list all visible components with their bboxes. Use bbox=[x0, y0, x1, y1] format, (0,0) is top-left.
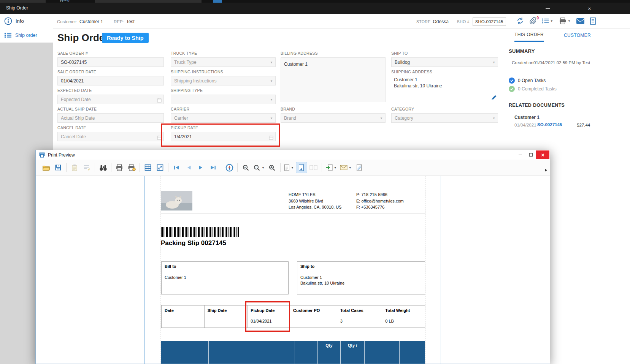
chevron-down-icon: ▼ bbox=[270, 98, 273, 101]
calendar-icon[interactable] bbox=[157, 135, 162, 141]
pickup-date-input[interactable] bbox=[171, 132, 276, 141]
page-setup-button[interactable] bbox=[142, 162, 154, 173]
shipping-type-select[interactable]: ▼ bbox=[171, 95, 276, 104]
next-page-icon bbox=[198, 165, 203, 170]
background-fragment-bar bbox=[95, 0, 202, 3]
close-button[interactable]: × bbox=[536, 150, 549, 159]
carrier-placeholder: Carrier bbox=[174, 116, 188, 121]
toolbar-separator bbox=[322, 163, 322, 172]
close-button[interactable]: × bbox=[579, 3, 600, 14]
sale-order-date-input[interactable] bbox=[57, 76, 164, 85]
watermark-button[interactable] bbox=[354, 162, 365, 173]
document-button[interactable] bbox=[590, 17, 596, 25]
shipping-instructions-field: SHIPPING INSTRUCTIONS Shipping Instructi… bbox=[171, 70, 276, 85]
table-cell: 3 bbox=[337, 316, 382, 328]
carrier-field: CARRIER Carrier ▼ bbox=[171, 107, 276, 123]
zoom-in-button[interactable] bbox=[267, 162, 278, 173]
field-label: SHIPPING INSTRUCTIONS bbox=[171, 70, 276, 74]
completed-tasks-row[interactable]: 0 Completed Tasks bbox=[509, 86, 557, 92]
minimize-button[interactable] bbox=[537, 3, 558, 14]
column-header: Total Cases bbox=[337, 305, 382, 316]
ship-to-select[interactable]: Bulldog ▼ bbox=[391, 57, 498, 67]
print-button[interactable] bbox=[114, 162, 125, 173]
category-select[interactable]: Category ▼ bbox=[391, 113, 498, 123]
billing-address-box[interactable]: Customer 1 bbox=[281, 57, 386, 102]
calendar-icon[interactable] bbox=[269, 135, 273, 141]
status-badge[interactable]: Ready to Ship bbox=[102, 33, 149, 43]
tab-customer[interactable]: CUSTOMER bbox=[564, 33, 591, 38]
brand-select[interactable]: Brand ▼ bbox=[281, 113, 386, 123]
minimize-button[interactable] bbox=[515, 150, 525, 159]
search-button[interactable] bbox=[97, 162, 109, 173]
export-button[interactable]: ▼ bbox=[324, 162, 338, 173]
sale-order-number-input[interactable] bbox=[57, 57, 164, 67]
chevron-down-icon: ▼ bbox=[291, 166, 294, 169]
screen: pping Ship Order × Info Ship order Custo… bbox=[0, 0, 630, 364]
first-page-icon bbox=[174, 165, 179, 170]
continuous-view-button[interactable] bbox=[296, 162, 307, 173]
expected-date-input[interactable] bbox=[57, 95, 164, 104]
field-label: ACTUAL SHIP DATE bbox=[57, 107, 164, 111]
sidebar-item-ship-order[interactable]: Ship order bbox=[0, 28, 53, 42]
page-view-button[interactable]: ▼ bbox=[283, 162, 295, 173]
chevron-down-icon: ▼ bbox=[550, 19, 553, 23]
previous-page-button[interactable] bbox=[183, 162, 194, 173]
zoom-out-button[interactable] bbox=[240, 162, 251, 173]
zoom-level-button[interactable]: ▼ bbox=[252, 162, 266, 173]
category-field: CATEGORY Category ▼ bbox=[391, 107, 498, 123]
ship-to-heading: Ship to bbox=[297, 262, 425, 271]
toolbar-separator bbox=[66, 163, 67, 172]
attachments-button[interactable]: 0 bbox=[530, 17, 536, 25]
chevron-down-icon: ▼ bbox=[349, 166, 352, 169]
save-document-button[interactable] bbox=[52, 162, 64, 173]
tab-this-order[interactable]: THIS ORDER bbox=[514, 32, 544, 42]
toolbar-separator bbox=[168, 163, 168, 172]
document-map-button[interactable] bbox=[69, 162, 80, 173]
column-header: Ship Date bbox=[205, 305, 248, 316]
related-doc-link[interactable]: SO-0027145 bbox=[537, 122, 562, 127]
quick-print-button[interactable] bbox=[126, 162, 137, 173]
print-preview-titlebar[interactable]: Print Preview × bbox=[36, 150, 550, 160]
toolbar-overflow-button[interactable] bbox=[545, 169, 547, 172]
print-preview-viewport[interactable]: HOME TYLES 3660 Wilshire Blvd Los Angele… bbox=[36, 176, 550, 364]
carrier-select[interactable]: Carrier ▼ bbox=[171, 113, 276, 123]
navigation-button[interactable] bbox=[224, 162, 235, 173]
window-titlebar[interactable]: pping Ship Order × bbox=[0, 0, 630, 14]
print-menu-button[interactable]: ▼ bbox=[559, 17, 571, 24]
grid-menu-button[interactable]: ▼ bbox=[542, 18, 553, 24]
facing-pages-button[interactable] bbox=[308, 162, 319, 173]
field-label: CANCEL DATE bbox=[57, 125, 164, 130]
parameters-button[interactable] bbox=[81, 162, 92, 173]
field-label: CARRIER bbox=[171, 107, 276, 111]
last-page-button[interactable] bbox=[207, 162, 219, 173]
chevron-down-icon: ▼ bbox=[270, 117, 273, 120]
margin-guide-top bbox=[145, 184, 441, 184]
items-column-qty: Qty bbox=[318, 341, 341, 364]
field-label: SHIPPING ADDRESS bbox=[391, 70, 498, 74]
company-address1: 3660 Wilshire Blvd bbox=[289, 198, 341, 204]
actual-ship-date-input[interactable] bbox=[57, 113, 164, 123]
column-header: Pickup Date bbox=[248, 305, 290, 316]
restore-button[interactable] bbox=[558, 3, 579, 14]
truck-type-field: TRUCK TYPE Truck Type ▼ bbox=[171, 51, 276, 67]
scale-button[interactable] bbox=[154, 162, 166, 173]
sho-number-input[interactable]: SHO-0027145 bbox=[473, 17, 506, 26]
bill-to-heading: Bill to bbox=[162, 262, 288, 271]
calendar-icon[interactable] bbox=[157, 97, 162, 104]
maximize-button[interactable] bbox=[525, 150, 536, 159]
background-window-fragment: pping bbox=[0, 0, 630, 3]
refresh-button[interactable] bbox=[516, 17, 524, 25]
truck-type-select[interactable]: Truck Type ▼ bbox=[171, 57, 276, 67]
sidebar-item-info[interactable]: Info bbox=[0, 14, 53, 28]
cancel-date-input[interactable] bbox=[57, 132, 164, 141]
next-page-button[interactable] bbox=[195, 162, 206, 173]
shipping-instructions-select[interactable]: Shipping Instructions ▼ bbox=[171, 76, 276, 85]
edit-shipping-address-button[interactable] bbox=[491, 94, 497, 102]
email-button[interactable] bbox=[576, 18, 584, 24]
brand-placeholder: Brand bbox=[284, 116, 296, 121]
first-page-button[interactable] bbox=[171, 162, 182, 173]
send-email-button[interactable]: ▼ bbox=[339, 162, 353, 173]
open-tasks-row[interactable]: 0 Open Tasks bbox=[509, 78, 546, 84]
bill-to-card: Bill to Customer 1 bbox=[161, 261, 289, 294]
open-document-button[interactable] bbox=[40, 162, 52, 173]
